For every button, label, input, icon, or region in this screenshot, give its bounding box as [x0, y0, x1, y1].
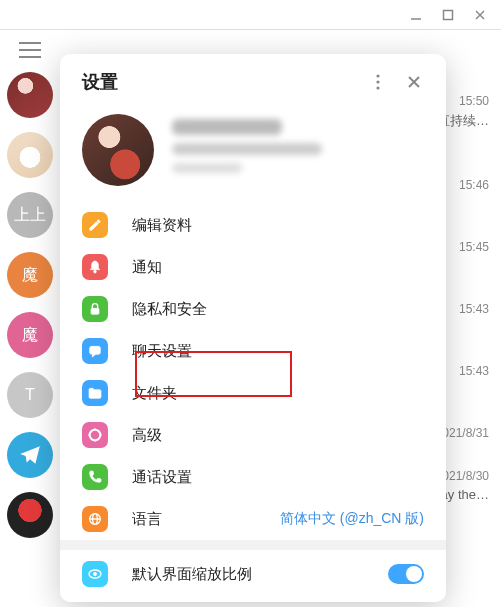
chat-avatar[interactable]: 上上 [7, 192, 53, 238]
modal-header: 设置 [60, 54, 446, 110]
menu-item-notifications[interactable]: 通知 [60, 246, 446, 288]
menu-label: 通知 [132, 258, 424, 277]
menu-item-folders[interactable]: 文件夹 [60, 372, 446, 414]
menu-label: 通话设置 [132, 468, 424, 487]
wrench-icon [82, 422, 108, 448]
menu-item-language[interactable]: 语言简体中文 (@zh_CN 版) [60, 498, 446, 540]
svg-rect-11 [90, 346, 101, 354]
profile-status-hidden [172, 163, 242, 173]
more-menu-button[interactable] [360, 64, 396, 100]
menu-item-calls[interactable]: 通话设置 [60, 456, 446, 498]
maximize-button[interactable] [441, 8, 455, 22]
svg-point-4 [376, 74, 379, 77]
menu-label: 文件夹 [132, 384, 424, 403]
chat-avatar[interactable]: 魔 [7, 252, 53, 298]
svg-point-6 [376, 86, 379, 89]
chat-icon [82, 338, 108, 364]
chat-time: 15:50 [459, 94, 489, 108]
svg-point-5 [376, 80, 379, 83]
eye-icon [82, 561, 108, 587]
profile-info [172, 119, 424, 181]
chat-avatar[interactable] [7, 432, 53, 478]
window-close-button[interactable] [473, 8, 487, 22]
svg-rect-1 [444, 10, 453, 19]
lock-icon [82, 296, 108, 322]
phone-icon [82, 464, 108, 490]
chat-time: 15:45 [459, 240, 489, 254]
chat-avatar[interactable]: 魔 [7, 312, 53, 358]
pencil-icon [82, 212, 108, 238]
menu-item-edit-profile[interactable]: 编辑资料 [60, 204, 446, 246]
settings-modal: 设置 编辑资料通知隐私和安全聊天设置文件夹高级通话设置语言简体中文 (@zh_C… [60, 54, 446, 602]
menu-label: 聊天设置 [132, 342, 424, 361]
menu-item-advanced[interactable]: 高级 [60, 414, 446, 456]
window-titlebar [0, 0, 501, 30]
chat-avatar[interactable] [7, 72, 53, 118]
chat-time: 15:43 [459, 302, 489, 316]
menu-label: 高级 [132, 426, 424, 445]
chat-avatar[interactable] [7, 492, 53, 538]
chat-time: 021/8/30 [442, 469, 489, 483]
menu-item-chat-settings[interactable]: 聊天设置 [60, 330, 446, 372]
profile-name-hidden [172, 119, 282, 135]
bell-icon [82, 254, 108, 280]
svg-point-12 [90, 430, 101, 441]
close-button[interactable] [396, 64, 432, 100]
default-scale-label: 默认界面缩放比例 [132, 565, 364, 584]
chat-time: 021/8/31 [442, 426, 489, 440]
menu-label: 编辑资料 [132, 216, 424, 235]
svg-point-9 [94, 270, 97, 273]
chat-avatar-rail: 上上魔魔T [0, 30, 60, 607]
profile-section[interactable] [60, 110, 446, 204]
minimize-button[interactable] [409, 8, 423, 22]
settings-title: 设置 [82, 70, 360, 94]
menu-hamburger-icon[interactable] [19, 42, 41, 58]
default-scale-row[interactable]: 默认界面缩放比例 [60, 550, 446, 598]
folder-icon [82, 380, 108, 406]
profile-phone-hidden [172, 143, 322, 155]
menu-label: 隐私和安全 [132, 300, 424, 319]
chat-time: 15:46 [459, 178, 489, 192]
chat-preview: ay the… [441, 487, 489, 502]
section-divider [60, 540, 446, 550]
chat-avatar[interactable]: T [7, 372, 53, 418]
svg-point-17 [93, 572, 96, 575]
chat-time: 15:43 [459, 364, 489, 378]
profile-avatar [82, 114, 154, 186]
globe-icon [82, 506, 108, 532]
menu-label: 语言 [132, 510, 256, 529]
chat-avatar[interactable] [7, 132, 53, 178]
svg-rect-10 [91, 308, 99, 314]
menu-extra: 简体中文 (@zh_CN 版) [280, 510, 424, 528]
menu-item-privacy-security[interactable]: 隐私和安全 [60, 288, 446, 330]
scale-toggle[interactable] [388, 564, 424, 584]
settings-menu: 编辑资料通知隐私和安全聊天设置文件夹高级通话设置语言简体中文 (@zh_CN 版… [60, 204, 446, 540]
